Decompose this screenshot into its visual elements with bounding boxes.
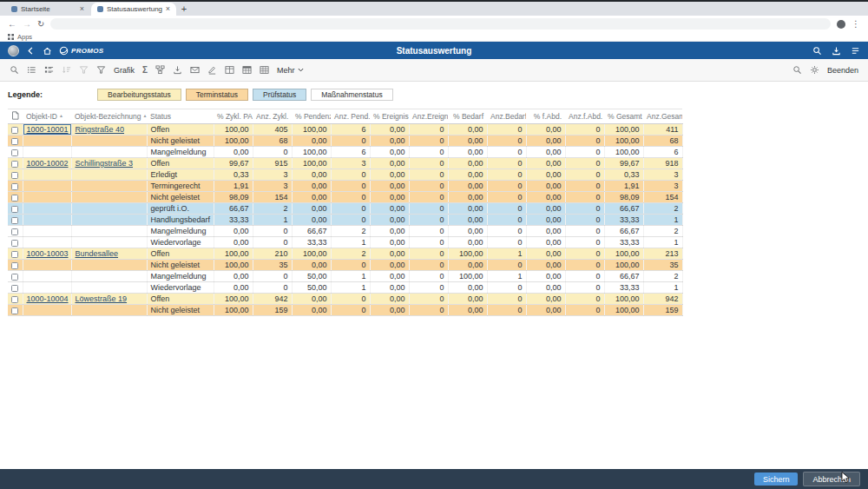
signature-icon[interactable] bbox=[207, 65, 217, 75]
row-checkbox[interactable] bbox=[11, 183, 18, 190]
row-checkbox[interactable] bbox=[11, 161, 18, 168]
find-icon[interactable] bbox=[10, 65, 19, 75]
export-icon[interactable] bbox=[173, 65, 182, 75]
column-header[interactable]: Anz.f.Abd. bbox=[565, 109, 604, 124]
table-row: Wiedervorlage0,00050,0010,0000,0000,0003… bbox=[8, 282, 682, 294]
objekt-id-link[interactable]: 1000-10001 bbox=[27, 125, 69, 134]
browser-tab-statusauswertung[interactable]: Statusauswertung × bbox=[91, 3, 176, 16]
mehr-button[interactable]: Mehr bbox=[277, 66, 304, 75]
row-checkbox[interactable] bbox=[11, 195, 18, 202]
row-checkbox[interactable] bbox=[11, 228, 18, 235]
column-header[interactable]: Status bbox=[147, 109, 214, 124]
legend-chip-massnahme[interactable]: Maßnahmenstatus bbox=[311, 89, 392, 101]
address-input[interactable] bbox=[50, 18, 831, 30]
sort-icon[interactable] bbox=[62, 65, 71, 75]
row-checkbox[interactable] bbox=[11, 240, 18, 247]
nav-back-icon[interactable] bbox=[26, 46, 36, 56]
spreadsheet-icon[interactable] bbox=[242, 65, 252, 75]
row-checkbox[interactable] bbox=[11, 138, 18, 145]
objekt-bezeichnung-link[interactable]: Ringstraße 40 bbox=[76, 125, 125, 134]
settings-gear-icon[interactable] bbox=[810, 65, 819, 75]
legend-chip-termin[interactable]: Terminstatus bbox=[186, 89, 248, 101]
value-cell: 0,00 bbox=[526, 305, 565, 316]
bookmarks-apps-label[interactable]: Apps bbox=[17, 33, 32, 41]
objekt-id-cell[interactable]: 1000-10001 bbox=[23, 124, 71, 135]
forward-icon[interactable]: → bbox=[23, 20, 31, 29]
search-icon[interactable] bbox=[792, 65, 802, 75]
column-header[interactable]: % Zykl. PA bbox=[214, 109, 253, 124]
save-button[interactable]: Sichern bbox=[754, 472, 799, 486]
grafik-button[interactable]: Grafik bbox=[114, 66, 135, 75]
value-cell: 33,33 bbox=[604, 237, 643, 248]
objekt-id-cell[interactable]: 1000-10002 bbox=[23, 158, 71, 169]
back-icon[interactable]: ← bbox=[8, 20, 16, 29]
column-header[interactable]: Objekt-ID▲ bbox=[23, 109, 71, 124]
column-header[interactable]: Anz.Gesamt bbox=[643, 109, 682, 124]
objekt-bezeichnung-cell[interactable]: Schillingstraße 3 bbox=[71, 158, 147, 169]
select-all-header[interactable] bbox=[8, 109, 23, 124]
objekt-bezeichnung-cell bbox=[71, 147, 147, 158]
sum-icon[interactable]: Σ bbox=[142, 66, 148, 75]
value-cell: 159 bbox=[643, 305, 682, 316]
objekt-bezeichnung-link[interactable]: Löwestraße 19 bbox=[76, 294, 128, 303]
column-header[interactable]: % Bedarf bbox=[448, 109, 487, 124]
objekt-bezeichnung-link[interactable]: Bundesallee bbox=[76, 249, 119, 258]
column-header[interactable]: Anz.Ereign bbox=[409, 109, 448, 124]
row-checkbox[interactable] bbox=[11, 172, 18, 179]
objekt-bezeichnung-cell[interactable]: Ringstraße 40 bbox=[71, 124, 147, 135]
header-search-icon[interactable] bbox=[812, 46, 822, 56]
filter-clear-icon[interactable] bbox=[79, 65, 89, 75]
row-checkbox[interactable] bbox=[11, 262, 18, 269]
table-icon[interactable] bbox=[225, 65, 234, 75]
header-log-icon[interactable] bbox=[851, 46, 860, 56]
row-checkbox[interactable] bbox=[11, 127, 18, 134]
row-checkbox[interactable] bbox=[11, 149, 18, 156]
browser-tab-startseite[interactable]: Startseite × bbox=[5, 3, 90, 16]
row-checkbox[interactable] bbox=[11, 307, 18, 314]
cancel-button[interactable]: Abbrechen bbox=[803, 472, 860, 486]
legend-chip-bearbeitung[interactable]: Bearbeitungsstatus bbox=[97, 89, 181, 101]
objekt-id-link[interactable]: 1000-10004 bbox=[27, 294, 69, 303]
grid-icon[interactable] bbox=[260, 65, 269, 75]
row-checkbox[interactable] bbox=[11, 251, 18, 258]
value-cell: 0 bbox=[409, 237, 448, 248]
objekt-id-link[interactable]: 1000-10002 bbox=[27, 159, 69, 168]
column-header[interactable]: % f.Abd. bbox=[526, 109, 565, 124]
row-checkbox[interactable] bbox=[11, 296, 18, 303]
beenden-button[interactable]: Beenden bbox=[827, 66, 858, 75]
new-tab-button[interactable]: + bbox=[177, 3, 191, 16]
objekt-bezeichnung-cell[interactable]: Bundesallee bbox=[71, 248, 147, 260]
objekt-id-cell[interactable]: 1000-10004 bbox=[23, 294, 71, 305]
row-checkbox[interactable] bbox=[11, 217, 18, 224]
list-details-icon[interactable] bbox=[44, 65, 54, 75]
objekt-bezeichnung-cell[interactable]: Löwestraße 19 bbox=[71, 294, 147, 305]
column-header[interactable]: Objekt-Bezeichnung▲ bbox=[71, 109, 147, 124]
objekt-id-cell bbox=[23, 282, 71, 294]
legend-chip-pruef[interactable]: Prüfstatus bbox=[253, 89, 306, 101]
tab-close-icon[interactable]: × bbox=[80, 5, 84, 13]
brand-label: PROMOS bbox=[71, 47, 103, 55]
column-header[interactable]: Anz. Pend. bbox=[331, 109, 370, 124]
row-checkbox[interactable] bbox=[11, 206, 18, 213]
list-bullets-icon[interactable] bbox=[27, 65, 36, 75]
tab-close-icon[interactable]: × bbox=[166, 5, 170, 13]
row-checkbox[interactable] bbox=[11, 274, 18, 281]
row-checkbox[interactable] bbox=[11, 285, 18, 292]
header-download-icon[interactable] bbox=[832, 46, 841, 56]
profile-icon[interactable] bbox=[837, 20, 845, 29]
browser-menu-icon[interactable]: ⋮ bbox=[852, 20, 860, 29]
email-icon[interactable] bbox=[190, 65, 200, 75]
objekt-id-cell[interactable]: 1000-10003 bbox=[23, 248, 71, 260]
column-header[interactable]: Anz.Bedarf bbox=[487, 109, 526, 124]
column-header[interactable]: % Ereignis bbox=[370, 109, 409, 124]
reload-icon[interactable]: ↻ bbox=[37, 20, 44, 29]
pivot-icon[interactable] bbox=[155, 65, 165, 75]
objekt-id-link[interactable]: 1000-10003 bbox=[27, 249, 69, 258]
column-header[interactable]: % Gesamt bbox=[604, 109, 643, 124]
column-header[interactable]: Anz. Zykl. bbox=[253, 109, 292, 124]
column-header[interactable]: % Pendenz. bbox=[292, 109, 331, 124]
user-avatar[interactable] bbox=[8, 45, 19, 56]
objekt-bezeichnung-link[interactable]: Schillingstraße 3 bbox=[76, 159, 134, 168]
home-icon[interactable] bbox=[43, 46, 52, 56]
filter-icon[interactable] bbox=[96, 65, 106, 75]
